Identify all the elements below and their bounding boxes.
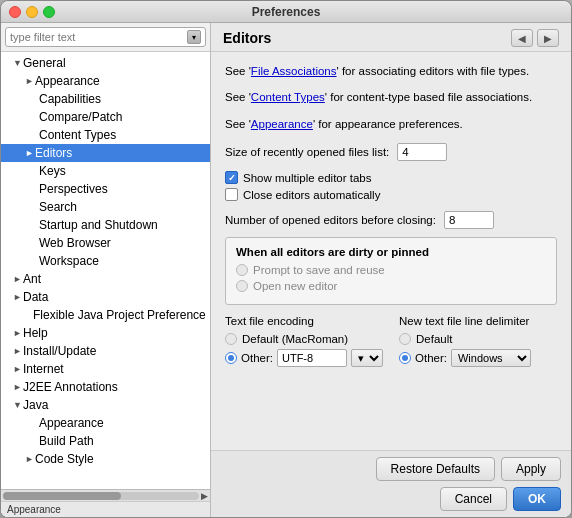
sidebar-item-perspectives[interactable]: Perspectives xyxy=(1,180,210,198)
restore-defaults-button[interactable]: Restore Defaults xyxy=(376,457,495,481)
close-button[interactable] xyxy=(9,6,21,18)
sidebar-item-flex-java[interactable]: Flexible Java Project Preference xyxy=(1,306,210,324)
show-tabs-checkbox[interactable] xyxy=(225,171,238,184)
label-compare-patch: Compare/Patch xyxy=(39,110,122,124)
main-header: Editors ◀ ▶ xyxy=(211,23,571,52)
sidebar-item-content-types[interactable]: Content Types xyxy=(1,126,210,144)
sidebar-item-help[interactable]: ► Help xyxy=(1,324,210,342)
label-editors: Editors xyxy=(35,146,72,160)
filter-dropdown-button[interactable]: ▾ xyxy=(187,30,201,44)
sidebar-item-install-update[interactable]: ► Install/Update xyxy=(1,342,210,360)
sidebar-item-java[interactable]: ▼ Java xyxy=(1,396,210,414)
encoding-select[interactable]: ▾ xyxy=(351,349,383,367)
nav-back-button[interactable]: ◀ xyxy=(511,29,533,47)
content-area: ▾ ▼ General ► Appearance Cap xyxy=(1,23,571,517)
label-java: Java xyxy=(23,398,48,412)
open-new-row: Open new editor xyxy=(236,280,546,292)
filter-input[interactable] xyxy=(10,31,187,43)
arrow-j2ee: ► xyxy=(13,382,23,392)
num-editors-input[interactable] xyxy=(444,211,494,229)
arrow-editors: ► xyxy=(25,148,35,158)
sidebar-item-build-path[interactable]: Build Path xyxy=(1,432,210,450)
prompt-save-radio[interactable] xyxy=(236,264,248,276)
file-associations-link[interactable]: File Associations xyxy=(251,65,337,77)
sidebar-item-web-browser[interactable]: Web Browser xyxy=(1,234,210,252)
label-install: Install/Update xyxy=(23,344,96,358)
sidebar-item-code-style[interactable]: ► Code Style xyxy=(1,450,210,468)
sidebar-item-appearance[interactable]: ► Appearance xyxy=(1,72,210,90)
breadcrumb: Appearance xyxy=(1,501,210,517)
label-j2ee: J2EE Annotations xyxy=(23,380,118,394)
num-editors-row: Number of opened editors before closing: xyxy=(225,211,557,229)
encoding-default-row: Default (MacRoman) xyxy=(225,333,383,345)
delimiter-other-radio[interactable] xyxy=(399,352,411,364)
close-auto-label: Close editors automatically xyxy=(243,189,380,201)
maximize-button[interactable] xyxy=(43,6,55,18)
arrow-general: ▼ xyxy=(13,58,23,68)
delimiter-select[interactable]: Windows Unix Mac xyxy=(451,349,531,367)
arrow-code-style: ► xyxy=(25,454,35,464)
encoding-other-label: Other: xyxy=(241,352,273,364)
delimiter-other-row: Other: Windows Unix Mac xyxy=(399,349,557,367)
label-startup: Startup and Shutdown xyxy=(39,218,158,232)
apply-button[interactable]: Apply xyxy=(501,457,561,481)
label-keys: Keys xyxy=(39,164,66,178)
sidebar-item-general[interactable]: ▼ General xyxy=(1,54,210,72)
prompt-save-label: Prompt to save and reuse xyxy=(253,264,385,276)
sidebar-item-search[interactable]: Search xyxy=(1,198,210,216)
sidebar-scrollbar-area: ▶ xyxy=(1,489,210,501)
line-delimiter-title: New text file line delimiter xyxy=(399,315,557,327)
sidebar-item-editors[interactable]: ► Editors xyxy=(1,144,210,162)
label-data: Data xyxy=(23,290,48,304)
ok-button[interactable]: OK xyxy=(513,487,561,511)
label-flex-java: Flexible Java Project Preference xyxy=(33,308,206,322)
sidebar-item-java-appearance[interactable]: Appearance xyxy=(1,414,210,432)
tree: ▼ General ► Appearance Capabilities Comp… xyxy=(1,52,210,489)
dirty-group-title: When all editors are dirty or pinned xyxy=(236,246,546,258)
close-auto-checkbox[interactable] xyxy=(225,188,238,201)
encoding-default-radio[interactable] xyxy=(225,333,237,345)
info-text-1: See 'File Associations' for associating … xyxy=(225,62,557,80)
content-types-link[interactable]: Content Types xyxy=(251,91,325,103)
label-java-appearance: Appearance xyxy=(39,416,104,430)
label-content-types: Content Types xyxy=(39,128,116,142)
sidebar-item-j2ee[interactable]: ► J2EE Annotations xyxy=(1,378,210,396)
file-list-input[interactable] xyxy=(397,143,447,161)
sidebar-item-internet[interactable]: ► Internet xyxy=(1,360,210,378)
sidebar-item-workspace[interactable]: Workspace xyxy=(1,252,210,270)
label-appearance: Appearance xyxy=(35,74,100,88)
arrow-help: ► xyxy=(13,328,23,338)
preferences-window: Preferences ▾ ▼ General ► xyxy=(0,0,572,518)
cancel-button[interactable]: Cancel xyxy=(440,487,507,511)
sidebar-item-capabilities[interactable]: Capabilities xyxy=(1,90,210,108)
sidebar-item-ant[interactable]: ► Ant xyxy=(1,270,210,288)
filter-input-wrapper: ▾ xyxy=(5,27,206,47)
encoding-other-radio[interactable] xyxy=(225,352,237,364)
nav-forward-button[interactable]: ▶ xyxy=(537,29,559,47)
label-internet: Internet xyxy=(23,362,64,376)
sidebar-item-data[interactable]: ► Data xyxy=(1,288,210,306)
delimiter-other-label: Other: xyxy=(415,352,447,364)
label-workspace: Workspace xyxy=(39,254,99,268)
encoding-default-label: Default (MacRoman) xyxy=(242,333,348,345)
appearance-link[interactable]: Appearance xyxy=(251,118,313,130)
main-content: See 'File Associations' for associating … xyxy=(211,52,571,450)
window-title: Preferences xyxy=(252,5,321,19)
encoding-other-input[interactable] xyxy=(277,349,347,367)
sidebar-item-startup-shutdown[interactable]: Startup and Shutdown xyxy=(1,216,210,234)
sidebar-item-compare-patch[interactable]: Compare/Patch xyxy=(1,108,210,126)
arrow-internet: ► xyxy=(13,364,23,374)
main-panel: Editors ◀ ▶ See 'File Associations' for … xyxy=(211,23,571,517)
restore-apply-row: Restore Defaults Apply xyxy=(221,457,561,481)
label-help: Help xyxy=(23,326,48,340)
file-list-size-row: Size of recently opened files list: xyxy=(225,143,557,161)
sidebar-horizontal-scrollbar[interactable] xyxy=(3,492,199,500)
open-new-radio[interactable] xyxy=(236,280,248,292)
sidebar-item-keys[interactable]: Keys xyxy=(1,162,210,180)
minimize-button[interactable] xyxy=(26,6,38,18)
delimiter-default-radio[interactable] xyxy=(399,333,411,345)
open-new-label: Open new editor xyxy=(253,280,337,292)
arrow-data: ► xyxy=(13,292,23,302)
scroll-right-arrow[interactable]: ▶ xyxy=(201,491,208,501)
label-general: General xyxy=(23,56,66,70)
